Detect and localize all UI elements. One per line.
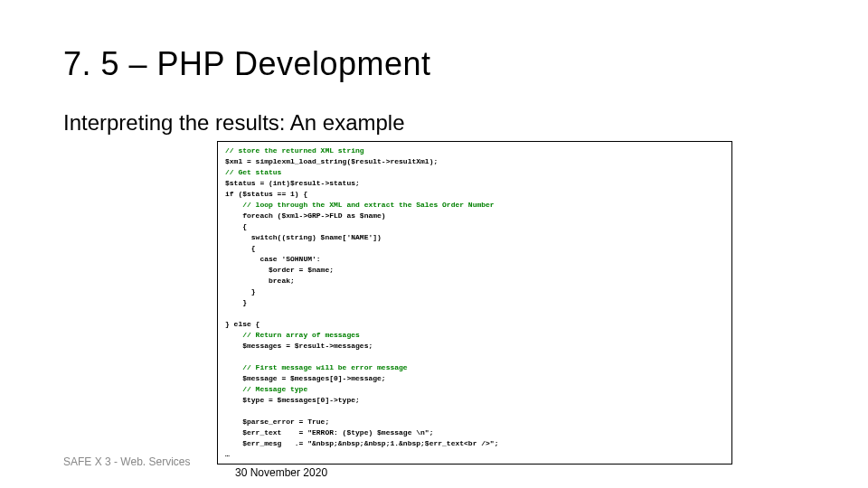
code-line: $messages = $result->messages;: [225, 342, 373, 350]
code-line: $type = $messages[0]->type;: [225, 396, 360, 404]
code-line: $parse_error = True;: [225, 418, 329, 426]
code-line: {: [225, 244, 256, 252]
code-line: // Get status: [225, 168, 281, 176]
code-line: } else {: [225, 320, 259, 328]
code-line: // store the returned XML string: [225, 146, 364, 155]
footer-left: SAFE X 3 - Web. Services: [63, 455, 191, 468]
code-line: …: [225, 450, 230, 458]
code-line: if ($status == 1) {: [225, 190, 307, 198]
footer-date: 30 November 2020: [235, 466, 327, 479]
code-line: // Return array of messages: [225, 331, 360, 339]
code-line: // Message type: [225, 385, 307, 393]
code-line: }: [225, 298, 247, 306]
code-line: break;: [225, 277, 295, 285]
code-listing: // store the returned XML string $xml = …: [217, 141, 732, 465]
code-line: case 'SOHNUM':: [225, 255, 321, 263]
code-line: $order = $name;: [225, 266, 334, 274]
code-line: // loop through the XML and extract the …: [225, 201, 495, 209]
code-line: foreach ($xml->GRP->FLD as $name): [225, 211, 386, 220]
code-line: $xml = simplexml_load_string($result->re…: [225, 157, 438, 165]
code-line: }: [225, 287, 256, 296]
slide: 7. 5 – PHP Development Interpreting the …: [0, 0, 868, 488]
code-line: $status = (int)$result->status;: [225, 179, 360, 187]
code-line: $err_text = "ERROR: ($type) $message \n"…: [225, 428, 433, 436]
slide-subtitle: Interpreting the results: An example: [63, 110, 805, 136]
code-line: switch((string) $name['NAME']): [225, 233, 382, 241]
code-line: $err_mesg .= "&nbsp;&nbsp;&nbsp;1.&nbsp;…: [225, 439, 498, 447]
code-line: $message = $messages[0]->message;: [225, 374, 386, 382]
slide-title: 7. 5 – PHP Development: [63, 45, 805, 83]
code-line: {: [225, 222, 247, 230]
code-line: // First message will be error message: [225, 363, 408, 371]
